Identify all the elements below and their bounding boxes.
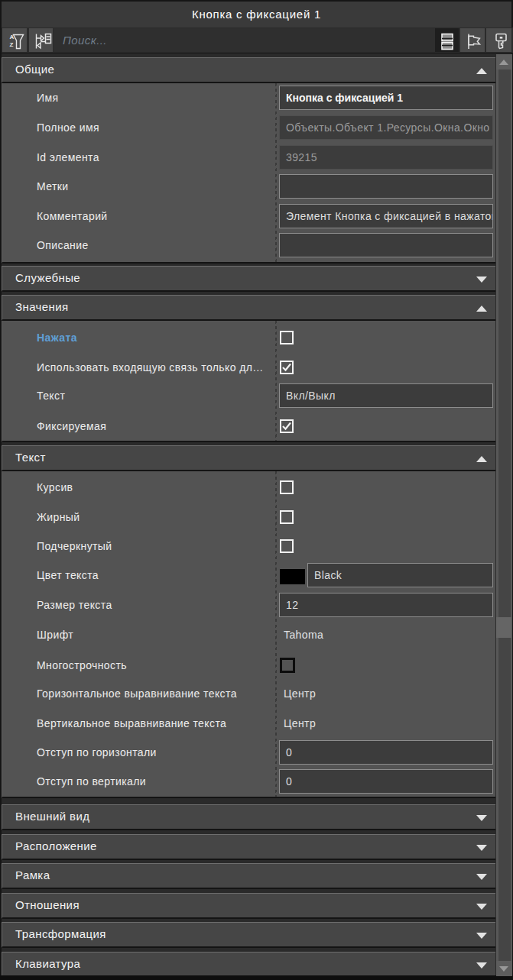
svg-text:Z: Z: [10, 41, 14, 48]
